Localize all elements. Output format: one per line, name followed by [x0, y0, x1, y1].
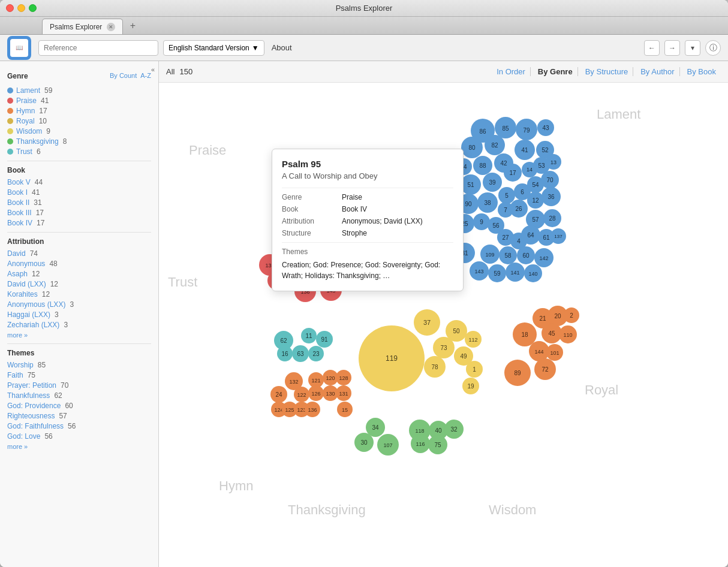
svg-text:36: 36: [547, 194, 555, 200]
svg-text:144: 144: [534, 349, 543, 355]
royal-label[interactable]: Royal: [16, 117, 35, 125]
svg-text:28: 28: [549, 215, 556, 222]
attr-korahites[interactable]: Korahites 12: [7, 290, 151, 298]
main-tab[interactable]: Psalms Explorer ✕: [42, 19, 123, 34]
svg-text:62: 62: [280, 337, 287, 344]
version-dropdown[interactable]: English Standard Version ▼: [163, 40, 264, 56]
attr-haggai[interactable]: Haggai (LXX) 3: [7, 310, 151, 319]
lament-label[interactable]: Lament: [16, 86, 40, 95]
genre-az[interactable]: A-Z: [140, 72, 151, 79]
by-book-link[interactable]: By Book: [682, 67, 721, 76]
theme-providence[interactable]: God: Providence 60: [7, 402, 151, 410]
tab-close-button[interactable]: ✕: [107, 23, 115, 31]
genre-by-count[interactable]: By Count: [110, 72, 137, 79]
svg-text:13: 13: [550, 159, 556, 165]
book-IV-label[interactable]: Book IV: [7, 219, 32, 227]
dropdown-button[interactable]: ▾: [685, 40, 700, 56]
svg-text:7: 7: [504, 207, 507, 213]
genre-item-lament[interactable]: Lament 59: [7, 86, 151, 95]
svg-text:14: 14: [527, 167, 533, 173]
hymn-label[interactable]: Hymn: [16, 107, 35, 115]
svg-text:43: 43: [542, 125, 549, 131]
book-item-V[interactable]: Book V 44: [7, 178, 151, 186]
in-order-link[interactable]: In Order: [492, 67, 531, 76]
svg-text:132: 132: [289, 379, 298, 385]
genre-item-wisdom[interactable]: Wisdom 9: [7, 127, 151, 135]
themes-more-link[interactable]: more »: [7, 443, 151, 450]
attr-david[interactable]: David 74: [7, 249, 151, 258]
about-link[interactable]: About: [269, 43, 294, 52]
forward-button[interactable]: →: [664, 40, 680, 56]
trust-label[interactable]: Trust: [16, 147, 32, 156]
svg-text:19: 19: [467, 383, 474, 390]
wisdom-label[interactable]: Wisdom: [16, 127, 42, 135]
svg-text:107: 107: [383, 442, 392, 448]
theme-thankfulness[interactable]: Thankfulness 62: [7, 391, 151, 400]
divider-3: [7, 343, 151, 344]
book-item-II[interactable]: Book II 31: [7, 198, 151, 207]
popup-structure-label: Structure: [282, 229, 342, 237]
close-button[interactable]: [6, 4, 14, 12]
theme-love[interactable]: God: Love 56: [7, 432, 151, 441]
svg-text:40: 40: [435, 427, 442, 434]
theme-faith[interactable]: Faith 75: [7, 371, 151, 379]
book-item-IV[interactable]: Book IV 17: [7, 219, 151, 227]
maximize-button[interactable]: [29, 4, 37, 12]
svg-text:119: 119: [386, 354, 398, 363]
genre-item-royal[interactable]: Royal 10: [7, 117, 151, 125]
theme-righteousness[interactable]: Righteousness 57: [7, 412, 151, 420]
app-icon: 📖: [7, 36, 31, 60]
minimize-button[interactable]: [17, 4, 25, 12]
trust-dot: [7, 149, 13, 155]
genre-section-header: Genre By Count A-Z: [7, 67, 151, 84]
by-genre-link[interactable]: By Genre: [533, 67, 578, 76]
book-item-I[interactable]: Book I 41: [7, 188, 151, 197]
window-title: Psalms Explorer: [336, 4, 393, 13]
by-structure-link[interactable]: By Structure: [580, 67, 634, 76]
svg-text:110: 110: [563, 332, 572, 338]
traffic-lights: [6, 4, 37, 12]
book-I-label[interactable]: Book I: [7, 188, 28, 197]
praise-label[interactable]: Praise: [16, 96, 37, 105]
attribution-more-link[interactable]: more »: [7, 331, 151, 339]
all-label[interactable]: All: [166, 67, 175, 76]
royal-genre-label: Royal: [585, 382, 618, 397]
svg-text:101: 101: [550, 350, 559, 356]
genre-item-praise[interactable]: Praise 41: [7, 96, 151, 105]
genre-item-hymn[interactable]: Hymn 17: [7, 107, 151, 115]
svg-text:63: 63: [297, 351, 304, 357]
hymn-genre-label: Hymn: [219, 478, 253, 493]
attr-asaph[interactable]: Asaph 12: [7, 270, 151, 278]
back-button[interactable]: ←: [644, 40, 660, 56]
svg-text:50: 50: [453, 328, 460, 334]
thanksgiving-label[interactable]: Thanksgiving: [16, 137, 59, 146]
genre-item-thanksgiving[interactable]: Thanksgiving 8: [7, 137, 151, 146]
book-II-label[interactable]: Book II: [7, 198, 29, 207]
attr-david-lxx[interactable]: David (LXX) 12: [7, 280, 151, 288]
attr-zechariah[interactable]: Zechariah (LXX) 3: [7, 321, 151, 329]
tabbar: Psalms Explorer ✕ +: [0, 17, 728, 35]
popup-structure-value: Strophe: [342, 229, 453, 237]
genre-item-trust[interactable]: Trust 6: [7, 147, 151, 156]
attr-anon-lxx[interactable]: Anonymous (LXX) 3: [7, 300, 151, 309]
svg-text:143: 143: [474, 269, 483, 275]
book-III-label[interactable]: Book III: [7, 209, 32, 217]
genre-heading: Genre: [7, 72, 28, 80]
book-item-III[interactable]: Book III 17: [7, 209, 151, 217]
svg-text:49: 49: [460, 353, 467, 360]
search-input[interactable]: [38, 40, 158, 56]
theme-faithfulness[interactable]: God: Faithfulness 56: [7, 422, 151, 430]
svg-text:88: 88: [479, 162, 486, 169]
popup-title: Psalm 95: [282, 159, 453, 169]
new-tab-button[interactable]: +: [125, 19, 140, 33]
popup-book-row: Book Book IV: [282, 205, 453, 213]
theme-prayer[interactable]: Prayer: Petition 70: [7, 381, 151, 390]
info-button[interactable]: ⓘ: [705, 40, 721, 56]
theme-worship[interactable]: Worship 85: [7, 361, 151, 369]
book-V-label[interactable]: Book V: [7, 178, 31, 186]
svg-text:128: 128: [339, 375, 348, 381]
sidebar-collapse-button[interactable]: «: [151, 66, 155, 73]
attr-anonymous[interactable]: Anonymous 48: [7, 260, 151, 268]
svg-text:41: 41: [521, 147, 528, 153]
by-author-link[interactable]: By Author: [636, 67, 679, 76]
